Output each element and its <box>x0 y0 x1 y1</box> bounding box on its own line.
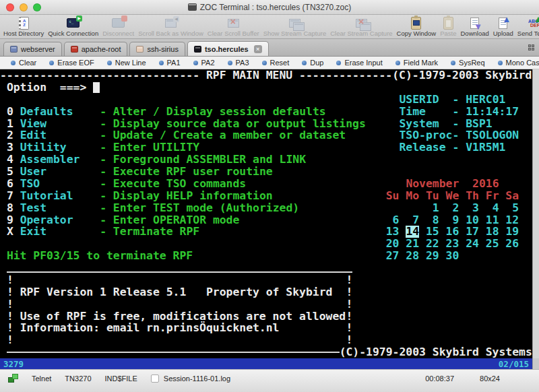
tab-label: ssh-sirius <box>147 45 178 53</box>
toolbar-button-label: Show Stream Capture <box>263 30 326 37</box>
toolbar-button-copy-window[interactable]: Copy Window <box>395 16 439 38</box>
toolbar-button-label: Send Textfile <box>517 30 539 37</box>
terminal-text: ! <box>7 286 13 298</box>
terminal-text: Information: email rn.prinsÖquicknet.nl <box>20 322 280 334</box>
tab-close-icon[interactable]: × <box>254 45 262 53</box>
key-bullet-icon <box>395 61 400 65</box>
window-terminal-icon <box>188 3 197 11</box>
terminal-text: - Foreground ASSEMBLER and LINK <box>100 154 306 166</box>
key-button-label: Erase Input <box>344 59 382 67</box>
terminal-text: (C)-1979-2003 Skybird Systems <box>340 346 532 358</box>
terminal-text: System - BSP1 <box>400 118 493 130</box>
protocol-label: Telnet <box>32 374 51 383</box>
terminal-text: View <box>20 118 46 130</box>
zoom-window-button[interactable] <box>33 3 41 11</box>
terminal-text: 13 <box>386 226 400 238</box>
key-bullet-icon <box>302 61 307 65</box>
terminal-text: Tutorial <box>20 190 73 202</box>
terminal-text: 4 <box>7 154 13 166</box>
terminal-text: ! <box>7 298 13 311</box>
window-title: ZOC Terminal : tso.hercules (TN3270.zoc) <box>188 3 352 12</box>
key-button-pa2[interactable]: PA2 <box>193 59 215 67</box>
terminal-text: 20 21 22 23 24 25 26 <box>386 238 519 250</box>
key-button-dup[interactable]: Dup <box>302 59 323 67</box>
toolbar-button-send-textfile[interactable]: ABCDEF▲Send Textfile <box>515 16 539 38</box>
toolbar-button-label: Disconnect <box>102 30 134 37</box>
cursor-position-label: 02/015 <box>499 359 536 369</box>
quick-connection-icon: s_▶ <box>67 16 80 30</box>
key-button-sysreq[interactable]: SysReq <box>451 59 485 67</box>
key-button-label: PA1 <box>167 59 181 67</box>
box-border-line <box>7 352 340 353</box>
terminal-text: 1 <box>7 118 13 130</box>
terminal-text: ! <box>7 311 13 323</box>
terminal-text: ! <box>7 334 13 346</box>
key-button-label: New Line <box>115 59 146 67</box>
session-type-icon <box>10 46 18 53</box>
key-button-field-mark[interactable]: Field Mark <box>395 59 438 67</box>
toolbar-button-clear-stream-capture: ×Clear Stream Capture <box>328 16 394 38</box>
key-button-pa1[interactable]: PA1 <box>159 59 181 67</box>
traffic-lights <box>6 3 41 11</box>
terminal-screen[interactable]: ------------------------------ RPF MAIN … <box>0 69 532 358</box>
toolbar-button-host-directory[interactable]: AZHost Directory <box>1 16 46 38</box>
terminal-text: November 2016 <box>406 178 499 190</box>
key-button-label: PA2 <box>201 59 215 67</box>
key-button-pa3[interactable]: PA3 <box>228 59 249 67</box>
key-button-label: Field Mark <box>404 59 438 67</box>
terminal-text: 5 <box>7 166 13 178</box>
log-checkbox[interactable] <box>151 374 159 383</box>
terminal-status-bar: 3279 02/015 <box>0 358 539 369</box>
key-button-label: Dup <box>310 59 323 67</box>
terminal-text: 27 28 29 30 <box>386 250 459 262</box>
terminal-text: 0 <box>7 106 13 118</box>
key-button-mono-case[interactable]: Mono Case <box>498 59 539 67</box>
toolbar-button-upload[interactable]: ▲Upload <box>491 16 515 38</box>
clear-stream-icon: × <box>356 16 367 30</box>
terminal-text: ! <box>346 298 353 311</box>
terminal-text: Test <box>20 202 46 214</box>
terminal-text: ! <box>346 274 353 286</box>
terminal-text: Utility <box>20 141 67 154</box>
key-button-erase-eof[interactable]: Erase EOF <box>49 59 94 67</box>
close-window-button[interactable] <box>6 3 14 11</box>
tab-webserver[interactable]: webserver <box>3 42 62 56</box>
tab-tso-hercules[interactable]: tso.hercules× <box>187 41 269 56</box>
terminal-text: 9 <box>7 214 13 226</box>
key-button-new-line[interactable]: New Line <box>107 59 146 67</box>
toolbar-button-label: Clear Scroll Buffer <box>208 30 259 37</box>
key-bullet-icon <box>451 61 455 65</box>
key-bullet-icon <box>228 61 232 65</box>
terminal-text: Su Mo Tu We Th Fr Sa <box>386 190 519 202</box>
terminal-text: - Terminate RPF <box>100 226 199 238</box>
terminal-text: ! <box>7 322 13 334</box>
terminal-text: Use of RPF is free, modifications are no… <box>20 311 346 323</box>
key-button-label: SysReq <box>459 59 485 67</box>
terminal-text: Edit <box>20 129 46 141</box>
terminal-text: Time - 11:14:17 <box>400 106 519 118</box>
key-button-clear[interactable]: Clear <box>11 59 36 67</box>
tab-apache-root[interactable]: apache-root <box>64 42 128 56</box>
toolbar-button-download[interactable]: ▼Download <box>459 16 491 38</box>
toolbar-button-quick-connection[interactable]: s_▶Quick Connection <box>46 16 100 38</box>
key-button-label: PA3 <box>236 59 249 67</box>
tab-ssh-sirius[interactable]: ssh-sirius <box>129 42 185 56</box>
terminal-text: 7 <box>7 190 13 202</box>
terminal-text: 3 <box>7 141 13 154</box>
terminal-text: - Display source data or output listings <box>100 118 366 130</box>
calendar-today-highlight: 14 <box>406 226 419 238</box>
terminal-text: - Enter OPERATOR mode <box>100 214 239 226</box>
terminal-text: Exit <box>20 226 46 238</box>
terminal-text: Assembler <box>20 154 80 166</box>
clear-scroll-icon: × <box>228 16 239 30</box>
key-button-reset[interactable]: Reset <box>262 59 290 67</box>
session-type-icon <box>194 46 201 53</box>
session-status-bar: Telnet TN3270 IND$FILE Session-1116-01.l… <box>0 369 539 392</box>
download-icon: ▼ <box>470 16 479 30</box>
key-bullet-icon <box>262 61 267 65</box>
tab-layout-grid-icon[interactable] <box>528 44 534 51</box>
key-button-erase-input[interactable]: Erase Input <box>336 59 382 67</box>
show-stream-icon <box>289 16 300 30</box>
minimize-window-button[interactable] <box>20 3 28 11</box>
terminal-scrollbar[interactable] <box>532 69 539 358</box>
